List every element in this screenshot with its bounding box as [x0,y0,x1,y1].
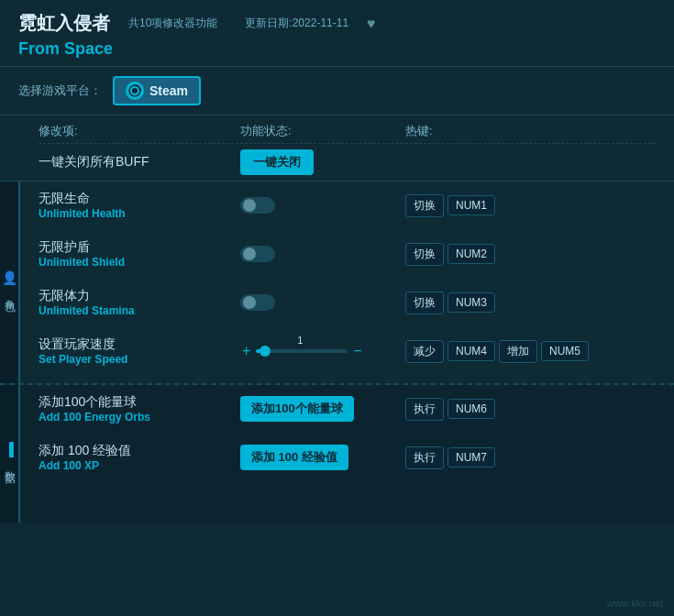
mod-en-unlimited-health: Unlimited Health [39,207,240,220]
mod-name-unlimited-stamina: 无限体力 Unlimited Stamina [39,288,240,317]
mod-name-unlimited-health: 无限生命 Unlimited Health [39,191,240,220]
mod-cn-player-speed: 设置玩家速度 [39,336,240,353]
data-sidebar-icon: ▐ [5,442,14,456]
char-sidebar: 👤 角色 [0,182,20,383]
toggle-unlimited-stamina[interactable] [240,294,275,311]
mod-en-unlimited-stamina: Unlimited Stamina [39,304,240,317]
mod-en-energy-orbs: Add 100 Energy Orbs [39,411,240,424]
mod-row-unlimited-health: 无限生命 Unlimited Health 切换 NUM1 [39,182,656,230]
slider-control-player-speed: + 1 − [240,343,405,359]
toggle-thumb-unlimited-health [243,199,256,212]
hotkey-unlimited-health: 切换 NUM1 [405,194,589,217]
mod-control-add-xp: 添加 100 经验值 [240,445,405,470]
col-hotkey: 热键: [405,123,589,139]
mod-row-add-xp: 添加 100 经验值 Add 100 XP 添加 100 经验值 执行 NUM7 [39,434,656,482]
hotkey-label-unlimited-shield[interactable]: 切换 [405,243,444,266]
platform-label: 选择游戏平台： [18,82,102,99]
hotkey-dec-key[interactable]: NUM4 [447,341,495,361]
hotkey-inc-key[interactable]: NUM5 [541,341,589,361]
hotkey-add-xp: 执行 NUM7 [405,446,589,469]
hotkey-key-add-xp[interactable]: NUM7 [447,447,495,468]
hotkey-energy-orbs: 执行 NUM6 [405,398,589,421]
col-headers: 修改项: 功能状态: 热键: [39,116,656,144]
oneclick-label: 一键关闭所有BUFF [39,154,240,170]
mod-control-unlimited-shield [240,246,405,262]
hotkey-label-add-xp[interactable]: 执行 [405,446,444,469]
hotkey-key-unlimited-shield[interactable]: NUM2 [447,244,495,264]
mod-cn-unlimited-shield: 无限护盾 [39,239,240,256]
mod-cn-unlimited-health: 无限生命 [39,191,240,207]
sections-wrapper: 👤 角色 无限生命 Unlimited Health 切换 NUM [0,182,674,383]
char-section-content: 无限生命 Unlimited Health 切换 NUM1 无限护盾 Unli [20,182,674,383]
hotkey-key-energy-orbs[interactable]: NUM6 [447,399,495,419]
hotkey-player-speed: 减少 NUM4 增加 NUM5 [405,340,589,363]
platform-row: 选择游戏平台： Steam [0,67,674,116]
char-sidebar-icon: 👤 [2,270,17,285]
col-headers-wrapper: 修改项: 功能状态: 热键: [0,116,674,144]
toggle-unlimited-shield[interactable] [240,246,275,262]
header-info: 共10项修改器功能 更新日期:2022-11-11 [128,16,348,31]
slider-plus-button[interactable]: − [351,343,363,359]
slider-minus-button[interactable]: + [240,343,252,359]
slider-thumb[interactable] [260,346,271,357]
toggle-unlimited-health[interactable] [240,197,275,214]
total-mods: 共10项修改器功能 [128,16,217,31]
hotkey-dec-label[interactable]: 减少 [405,340,444,363]
hotkey-unlimited-shield: 切换 NUM2 [405,243,589,266]
mod-control-unlimited-health [240,197,405,214]
mod-row-unlimited-shield: 无限护盾 Unlimited Shield 切换 NUM2 [39,230,656,279]
data-sidebar: ▐ 数据 [0,385,20,522]
mod-name-energy-orbs: 添加100个能量球 Add 100 Energy Orbs [39,394,240,424]
header: 霓虹入侵者 共10项修改器功能 更新日期:2022-11-11 ♥ From S… [0,0,674,67]
slider-value: 1 [297,335,303,346]
hotkey-label-unlimited-stamina[interactable]: 切换 [405,292,444,314]
hotkey-label-unlimited-health[interactable]: 切换 [405,194,444,217]
hotkey-inc-label[interactable]: 增加 [499,340,537,363]
hotkey-key-unlimited-stamina[interactable]: NUM3 [447,292,495,313]
char-section-outer: 👤 角色 [0,182,20,383]
hotkey-key-unlimited-health[interactable]: NUM1 [447,195,495,215]
game-title-en: From Space [18,39,656,59]
mod-en-add-xp: Add 100 XP [39,459,240,472]
col-status: 功能状态: [240,123,405,139]
hotkey-label-energy-orbs[interactable]: 执行 [405,398,444,421]
oneclick-row: 一键关闭所有BUFF 一键关闭 [0,144,674,182]
mod-control-unlimited-stamina [240,294,405,311]
mod-row-unlimited-stamina: 无限体力 Unlimited Stamina 切换 NUM3 [39,279,656,327]
heart-icon[interactable]: ♥ [367,16,376,32]
toggle-thumb-unlimited-shield [243,248,256,260]
col-mod-name: 修改项: [39,123,240,139]
steam-icon [126,82,144,100]
mod-row-energy-orbs: 添加100个能量球 Add 100 Energy Orbs 添加100个能量球 … [39,385,656,434]
steam-label: Steam [149,83,188,98]
data-section-content: 添加100个能量球 Add 100 Energy Orbs 添加100个能量球 … [20,385,674,522]
update-date: 更新日期:2022-11-11 [245,16,348,31]
slider-track-wrapper: 1 [256,349,348,353]
data-section-outer: ▐ 数据 [0,385,20,522]
mod-en-player-speed: Set Player Speed [39,353,240,366]
data-sections-wrapper: ▐ 数据 添加100个能量球 Add 100 Energy Orbs 添加100… [0,385,674,522]
slider-track[interactable] [256,349,348,353]
mod-cn-energy-orbs: 添加100个能量球 [39,394,240,411]
steam-button[interactable]: Steam [113,76,201,105]
action-btn-energy-orbs[interactable]: 添加100个能量球 [240,396,354,422]
hotkey-unlimited-stamina: 切换 NUM3 [405,292,589,314]
mod-control-energy-orbs: 添加100个能量球 [240,396,405,422]
mod-en-unlimited-shield: Unlimited Shield [39,256,240,269]
game-title-cn: 霓虹入侵者 [18,11,110,36]
watermark: www.kkx.net [607,598,663,609]
mod-name-add-xp: 添加 100 经验值 Add 100 XP [39,443,240,472]
oneclick-button[interactable]: 一键关闭 [240,149,314,175]
toggle-thumb-unlimited-stamina [243,296,256,309]
mod-name-player-speed: 设置玩家速度 Set Player Speed [39,336,240,366]
mod-name-unlimited-shield: 无限护盾 Unlimited Shield [39,239,240,269]
mod-cn-add-xp: 添加 100 经验值 [39,443,240,459]
action-btn-add-xp[interactable]: 添加 100 经验值 [240,445,348,470]
mod-cn-unlimited-stamina: 无限体力 [39,288,240,304]
data-sidebar-text: 数据 [2,462,17,466]
app-container: 霓虹入侵者 共10项修改器功能 更新日期:2022-11-11 ♥ From S… [0,0,674,616]
char-sidebar-text: 角色 [2,291,17,294]
mod-row-player-speed: 设置玩家速度 Set Player Speed + 1 − 减少 [39,327,656,376]
svg-point-1 [132,88,138,94]
